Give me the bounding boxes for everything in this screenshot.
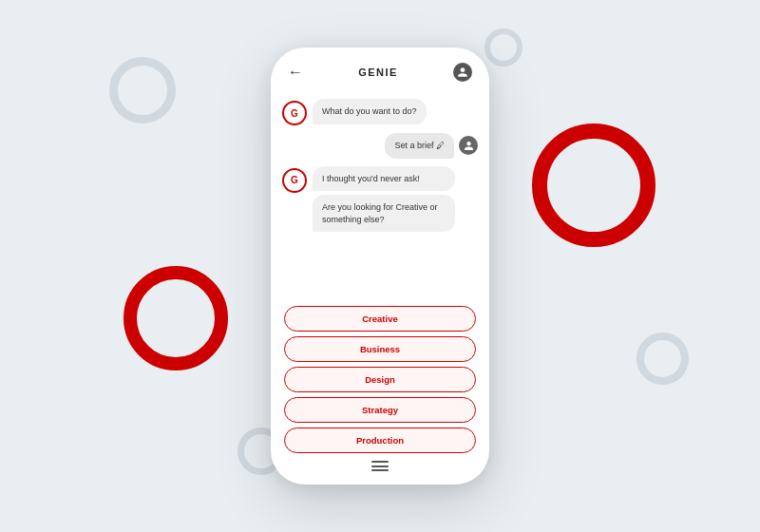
option-production[interactable]: Production xyxy=(284,428,476,453)
chat-area: G What do you want to do? Set a brief 🖊 … xyxy=(271,91,489,302)
bot-avatar: G xyxy=(282,101,307,125)
user-bubble: Set a brief 🖊 xyxy=(385,133,454,159)
option-design[interactable]: Design xyxy=(284,367,476,392)
option-business[interactable]: Business xyxy=(284,336,476,362)
bot-bubble-3: Are you looking for Creative or somethin… xyxy=(313,195,455,232)
bot-bubble-2: I thought you'd never ask! xyxy=(313,166,455,192)
bot-messages-1: What do you want to do? xyxy=(313,99,427,124)
phone-frame: ← GENIE G What do you want to do? Set a … xyxy=(271,48,489,484)
decorative-circle-4 xyxy=(636,332,689,385)
option-strategy[interactable]: Strategy xyxy=(284,397,476,423)
bot-messages-2: I thought you'd never ask! Are you looki… xyxy=(313,166,455,233)
page-title: GENIE xyxy=(358,66,398,78)
decorative-circle-1 xyxy=(124,266,228,370)
option-creative[interactable]: Creative xyxy=(284,306,476,332)
decorative-circle-2 xyxy=(532,124,656,247)
menu-button[interactable] xyxy=(371,461,389,471)
decorative-circle-5 xyxy=(484,28,522,66)
bot-bubble-1: What do you want to do? xyxy=(313,99,427,124)
decorative-circle-3 xyxy=(109,57,176,124)
phone-footer xyxy=(271,453,489,484)
back-button[interactable]: ← xyxy=(288,64,303,81)
user-message-row: Set a brief 🖊 xyxy=(282,133,478,159)
bot-avatar-2: G xyxy=(282,168,307,193)
bot-message-row-2: G I thought you'd never ask! Are you loo… xyxy=(282,166,478,233)
profile-icon[interactable] xyxy=(453,63,472,82)
phone-header: ← GENIE xyxy=(271,48,489,91)
user-avatar xyxy=(459,136,478,155)
bot-message-row-1: G What do you want to do? xyxy=(282,99,478,125)
options-area: Creative Business Design Strategy Produc… xyxy=(271,302,489,453)
